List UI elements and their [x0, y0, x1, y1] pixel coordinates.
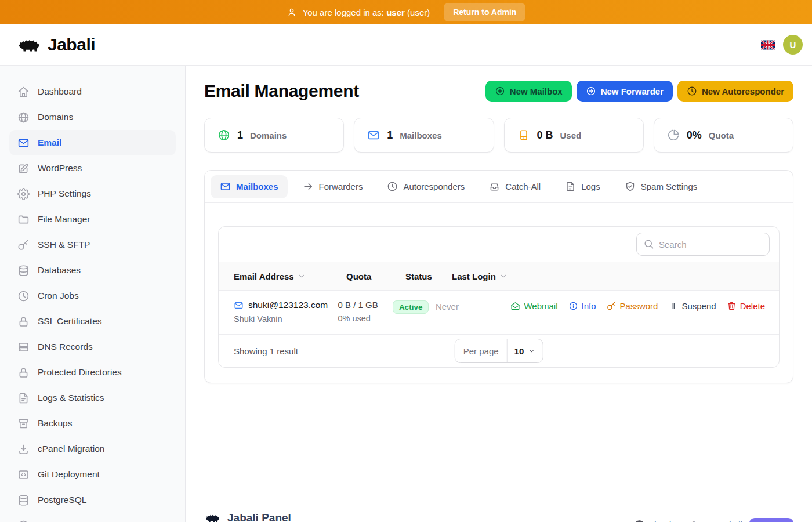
arrow-right-circle-icon [586, 86, 596, 96]
status-badge: Active [393, 300, 429, 314]
user-avatar[interactable]: U [783, 35, 803, 55]
tab-autoresponders[interactable]: Autoresponders [378, 175, 474, 198]
impersonation-role: (user) [407, 8, 430, 17]
action-label: Password [620, 301, 658, 311]
github-link[interactable]: GitHub [635, 520, 674, 522]
delete-action[interactable]: Delete [727, 301, 765, 311]
sidebar-item-git-deployment[interactable]: Git Deployment [9, 462, 176, 487]
stat-label: Quota [709, 130, 734, 140]
action-label: Suspend [682, 301, 716, 311]
mailbox-usage: 0% used [338, 314, 393, 323]
mail-icon [17, 137, 30, 149]
globe-icon [217, 129, 230, 142]
sidebar: DashboardDomainsEmailWordPressPHP Settin… [0, 66, 186, 522]
last-login-value: Never [436, 302, 511, 311]
sidebar-item-dashboard[interactable]: Dashboard [9, 79, 176, 104]
main-area: Email Management New MailboxNew Forwarde… [186, 66, 812, 522]
key-icon [17, 239, 30, 251]
stat-value: 0 B [537, 129, 553, 142]
clock-icon [687, 86, 697, 96]
tab-mailboxes[interactable]: Mailboxes [211, 175, 288, 198]
person-icon [287, 7, 297, 17]
boar-logo-icon [204, 511, 222, 522]
sidebar-item-protected-directories[interactable]: Protected Directories [9, 360, 176, 385]
search-box [636, 233, 770, 256]
column-header-quota: Quota [346, 271, 405, 281]
sidebar-item-cron-jobs[interactable]: Cron Jobs [9, 283, 176, 309]
sidebar-item-php-settings[interactable]: PHP Settings [9, 181, 176, 206]
new-mailbox-button[interactable]: New Mailbox [485, 81, 572, 102]
sidebar-item-databases[interactable]: Databases [9, 258, 176, 283]
key-icon [607, 301, 617, 311]
search-input[interactable] [636, 233, 770, 256]
info-action[interactable]: Info [568, 301, 596, 311]
sidebar-item-postgresql[interactable]: PostgreSQL [9, 487, 176, 513]
mail-icon [367, 129, 380, 142]
return-to-admin-button[interactable]: Return to Admin [444, 3, 525, 21]
stat-value: 1 [387, 129, 393, 142]
email-panel: MailboxesForwardersAutorespondersCatch-A… [204, 170, 793, 383]
chevron-down-icon [499, 272, 507, 280]
per-page-control[interactable]: Per page 10 [455, 339, 543, 363]
stats-row: 1Domains1Mailboxes0 BUsed0%Quota [204, 118, 793, 153]
uk-flag-icon[interactable] [761, 40, 775, 50]
tab-logs[interactable]: Logs [556, 175, 610, 198]
version-badge[interactable]: v0.9-rc42 [749, 518, 793, 522]
sidebar-item-label: Domains [38, 112, 73, 122]
globe-icon [17, 111, 30, 124]
row-actions: WebmailInfoPasswordSuspendDelete [510, 301, 765, 311]
sidebar-item-wordpress[interactable]: WordPress [9, 155, 176, 181]
results-summary: Showing 1 result [234, 346, 298, 356]
suspend-action[interactable]: Suspend [668, 301, 716, 311]
sidebar-item-label: Backups [38, 418, 72, 429]
sidebar-item-ssh-sftp[interactable]: SSH & SFTP [9, 232, 176, 258]
pie-icon [667, 129, 680, 142]
sidebar-item-label: PHP Settings [38, 188, 91, 199]
sidebar-item-label: Logs & Statistics [38, 393, 104, 403]
mail-open-icon [510, 301, 520, 311]
sidebar-item-label: WordPress [38, 163, 82, 173]
drive-icon [517, 129, 530, 142]
circle-icon [17, 520, 30, 522]
sidebar-item-partial[interactable] [9, 513, 176, 522]
sidebar-item-backups[interactable]: Backups [9, 411, 176, 436]
action-label: Webmail [524, 301, 557, 311]
stat-card-used: 0 BUsed [504, 118, 644, 153]
sidebar-item-label: File Manager [38, 214, 90, 224]
sidebar-item-ssl-certificates[interactable]: SSL Certificates [9, 309, 176, 334]
home-icon [17, 86, 30, 98]
page: You are logged in as: user (user) Return… [0, 0, 812, 522]
chevron-down-icon [298, 272, 306, 280]
column-header-last-login[interactable]: Last Login [452, 271, 533, 281]
column-header-email-address[interactable]: Email Address [234, 271, 346, 281]
sidebar-item-email[interactable]: Email [9, 130, 176, 155]
webmail-action[interactable]: Webmail [510, 301, 557, 311]
password-action[interactable]: Password [607, 301, 658, 311]
mailbox-email[interactable]: shuki@123123.com [248, 300, 328, 310]
sidebar-item-domains[interactable]: Domains [9, 104, 176, 130]
download-icon [17, 443, 30, 455]
tab-label: Mailboxes [236, 182, 278, 191]
button-label: New Autoresponder [702, 86, 784, 96]
stat-label: Mailboxes [400, 130, 442, 140]
tab-bar: MailboxesForwardersAutorespondersCatch-A… [205, 171, 793, 203]
inbox-icon [489, 181, 500, 192]
tab-catch-all[interactable]: Catch-All [480, 175, 550, 198]
sidebar-item-cpanel-migration[interactable]: cPanel Migration [9, 436, 176, 462]
tab-label: Forwarders [319, 182, 363, 191]
new-forwarder-button[interactable]: New Forwarder [577, 81, 673, 102]
page-footer: Jabali Panel GitHub · © 2026 Jabali v0.9… [186, 499, 812, 522]
per-page-select[interactable]: 10 [507, 346, 543, 356]
file-text-icon [565, 181, 576, 192]
sidebar-item-logs-statistics[interactable]: Logs & Statistics [9, 385, 176, 411]
impersonation-bar: You are logged in as: user (user) Return… [0, 0, 812, 24]
sidebar-item-dns-records[interactable]: DNS Records [9, 334, 176, 360]
brand-name: Jabali [48, 35, 95, 55]
tab-forwarders[interactable]: Forwarders [293, 175, 372, 198]
sidebar-item-file-manager[interactable]: File Manager [9, 206, 176, 232]
new-autoresponder-button[interactable]: New Autoresponder [677, 81, 793, 102]
database-icon [17, 494, 30, 506]
brand-logo[interactable]: Jabali [16, 34, 95, 56]
tab-spam-settings[interactable]: Spam Settings [615, 175, 707, 198]
gear-icon [17, 188, 30, 200]
